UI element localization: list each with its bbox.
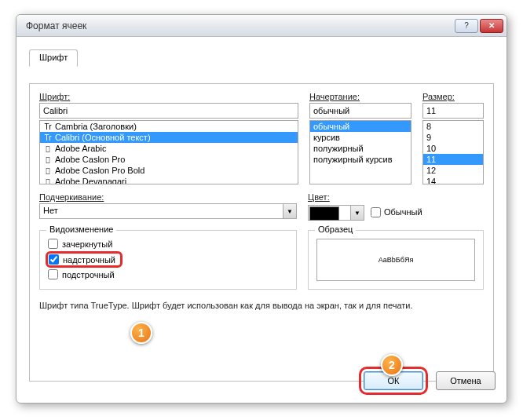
label-style: Начертание: [309,92,411,101]
subscript-checkbox[interactable]: подстрочный [48,269,288,279]
font-type-icon: ⌷ [43,177,53,185]
annotation-badge-1: 1 [130,322,152,344]
list-item[interactable]: ⌷Adobe Caslon Pro Bold [40,165,298,176]
format-cells-dialog: Формат ячеек ? ✕ Шрифт Шрифт: TrCambria … [16,14,507,404]
chevron-down-icon[interactable]: ▼ [283,203,297,219]
font-input[interactable] [39,103,298,119]
style-list[interactable]: обычныйкурсивполужирныйполужирный курсив [309,120,411,184]
list-item[interactable]: TrCalibri (Основной текст) [40,132,298,143]
list-item[interactable]: ⌷Adobe Arabic [40,143,298,154]
size-list[interactable]: 8910111214 [422,120,484,184]
list-item[interactable]: 9 [423,132,483,143]
style-input[interactable] [309,103,411,119]
list-item[interactable]: полужирный [310,143,411,154]
label-color: Цвет: [308,192,484,202]
list-item[interactable]: 12 [423,165,483,176]
font-list[interactable]: TrCambria (Заголовки)TrCalibri (Основной… [39,120,298,184]
help-button[interactable]: ? [455,19,478,33]
color-swatch [309,206,339,221]
preview-title: Образец [315,225,356,234]
chevron-down-icon[interactable]: ▼ [350,205,364,221]
list-item[interactable]: 10 [423,143,483,154]
annotation-highlight: надстрочный [46,251,123,268]
effects-title: Видоизменение [46,225,116,234]
hint-text: Шрифт типа TrueType. Шрифт будет использ… [39,301,484,310]
list-item[interactable]: ⌷Adobe Caslon Pro [40,154,298,165]
font-type-icon: ⌷ [43,155,53,164]
client-area: Шрифт Шрифт: TrCambria (Заголовки)TrCali… [16,37,507,403]
list-item[interactable]: 11 [423,154,483,165]
effects-group: Видоизменение зачеркнутый надстрочный по [39,230,297,290]
label-font: Шрифт: [39,92,298,101]
tab-body: Шрифт: TrCambria (Заголовки)TrCalibri (О… [29,83,494,382]
preview-group: Образец АаBbБбЯя [308,230,484,290]
strikethrough-checkbox[interactable]: зачеркнутый [48,239,288,249]
preview-box: АаBbБбЯя [316,239,475,281]
list-item[interactable]: 8 [423,121,483,132]
underline-combo[interactable]: Нет ▼ [39,203,297,219]
close-button[interactable]: ✕ [480,19,503,33]
list-item[interactable]: обычный [310,121,411,132]
underline-value: Нет [39,203,283,219]
superscript-checkbox[interactable]: надстрочный [49,254,115,265]
list-item[interactable]: курсив [310,132,411,143]
cancel-button[interactable]: Отмена [436,371,496,390]
font-type-icon: ⌷ [43,166,53,175]
list-item[interactable]: TrCambria (Заголовки) [40,121,298,132]
tab-font[interactable]: Шрифт [29,49,78,67]
font-type-icon: Tr [43,122,53,131]
list-item[interactable]: ⌷Adobe Devanagari [40,176,298,184]
label-size: Размер: [422,92,484,101]
titlebar: Формат ячеек ? ✕ [16,15,507,37]
list-item[interactable]: полужирный курсив [310,154,411,165]
list-item[interactable]: 14 [423,176,483,184]
normal-font-checkbox[interactable]: Обычный [371,207,422,217]
font-type-icon: Tr [43,133,53,142]
color-combo[interactable]: ▼ [308,205,364,221]
font-type-icon: ⌷ [43,144,53,153]
window-title: Формат ячеек [26,20,86,31]
close-icon: ✕ [488,21,495,30]
help-icon: ? [464,21,469,30]
size-input[interactable] [422,103,484,119]
label-underline: Подчеркивание: [39,192,297,202]
annotation-badge-2: 2 [381,354,403,376]
preview-text: АаBbБбЯя [379,256,414,264]
